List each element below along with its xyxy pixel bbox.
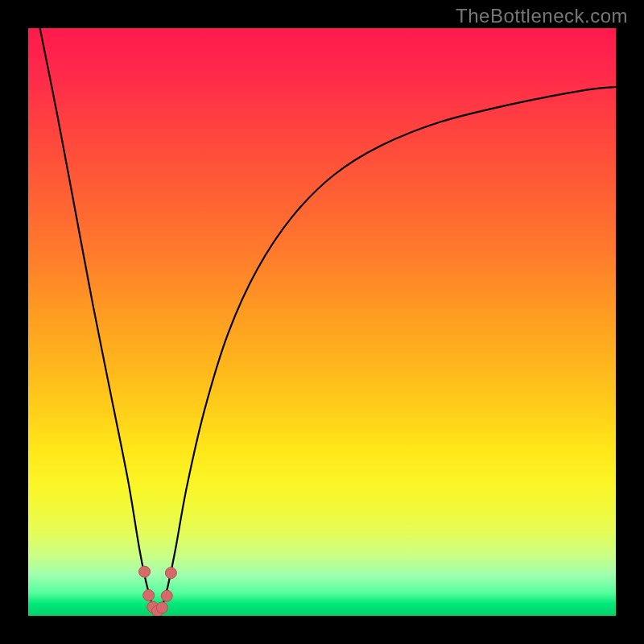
minimum-marker <box>156 602 167 613</box>
plot-area <box>28 28 616 616</box>
chart-svg <box>28 28 616 616</box>
minimum-marker <box>143 589 155 601</box>
minimum-marker <box>139 566 151 577</box>
minimum-marker <box>161 590 172 601</box>
outer-frame: TheBottleneck.com <box>0 0 644 644</box>
watermark-text: TheBottleneck.com <box>456 5 628 27</box>
minimum-marker-cluster <box>139 566 177 616</box>
bottleneck-curve <box>40 28 616 616</box>
minimum-marker <box>165 568 176 579</box>
